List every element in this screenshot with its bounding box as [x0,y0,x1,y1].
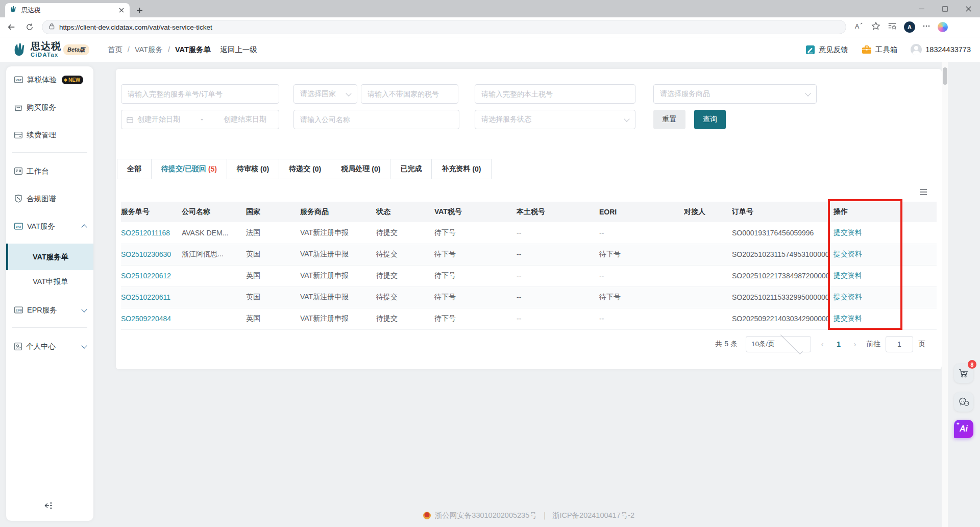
back-to-parent-link[interactable]: 返回上一级 [220,45,257,55]
customer-service-button[interactable] [954,392,973,412]
page-size-select[interactable]: 10条/页 [746,336,811,352]
company-name-input[interactable] [293,110,459,129]
tab-all[interactable]: 全部 [117,159,151,179]
minimize-icon[interactable] [910,0,933,17]
refresh-icon[interactable] [22,20,37,34]
tab-count: (0) [312,165,321,173]
product-select-placeholder: 请选择服务商品 [660,89,806,99]
col-company: 公司名称 [182,202,246,222]
browser-address-bar: https://client-dev.cidatax.com/vat/vat-s… [0,17,980,37]
local-tax-no-input[interactable] [475,84,635,104]
sidebar-item-compliance-map[interactable]: 合规图谱 [6,188,93,209]
breadcrumb-home[interactable]: 首页 [108,45,122,55]
page: 思达税 [0,0,980,527]
sidebar-item-personal-center[interactable]: 个人中心 [6,336,93,356]
breadcrumb-vat-service[interactable]: VAT服务 [135,45,163,55]
submit-materials-link[interactable]: 提交资料 [834,314,862,322]
maximize-icon[interactable] [933,0,957,17]
sidebar-item-buy-service[interactable]: 购买服务 [6,97,93,117]
breadcrumb-separator: / [168,45,170,54]
sidebar-divider [12,327,87,328]
breadcrumb: 首页 / VAT服务 / VAT服务单 [108,45,211,55]
service-no-link[interactable]: SO2510230630 [121,250,171,258]
police-record-number[interactable]: 浙公网安备33010202005235号 [435,511,537,520]
shopping-bag-icon [14,104,22,111]
service-no-link[interactable]: SO2510220612 [121,272,171,280]
page-scrollbar-thumb[interactable] [943,67,947,85]
sidebar-item-epr-service[interactable]: EPR EPR服务 [6,300,93,320]
read-aloud-icon[interactable]: A [854,22,864,32]
icp-record-number[interactable]: 浙ICP备2024100417号-2 [552,511,634,520]
tab-close-icon[interactable] [117,6,126,14]
sidebar-item-tax-trial[interactable]: VAT 算税体验 ◆NEW [6,69,93,90]
toolbox-icon [862,45,872,54]
sidebar-item-vat-declaration[interactable]: VAT申报单 [6,270,93,293]
close-window-icon[interactable] [957,0,980,17]
submit-materials-link[interactable]: 提交资料 [834,228,862,236]
sparkle-icon: ✦ [956,421,960,426]
feedback-button[interactable]: 意见反馈 [805,45,848,55]
tab-count: (0) [372,165,380,173]
back-icon[interactable] [4,20,18,34]
new-badge: ◆NEW [62,76,83,84]
prev-page-button[interactable]: ‹ [816,336,828,352]
tab-pending-review[interactable]: 待审核(0) [227,159,279,179]
tab-pending-delivery[interactable]: 待递交(0) [279,159,331,179]
service-order-no-input[interactable] [121,84,279,104]
goto-page-input[interactable] [886,336,913,352]
col-order-no: 订单号 [732,202,834,222]
current-page[interactable]: 1 [834,340,844,348]
gem-icon: ◆ [64,77,67,82]
service-product-select[interactable]: 请选择服务商品 [653,84,817,104]
col-contact: 对接人 [684,202,732,222]
tab-tax-processing[interactable]: 税局处理(0) [331,159,390,179]
service-no-link[interactable]: SO2509220484 [121,315,171,323]
sidebar-item-vat-service[interactable]: VAT VAT服务 [6,216,93,236]
svg-text:VAT: VAT [16,225,22,228]
create-date-range-picker[interactable]: 创建开始日期 - 创建结束日期 [121,110,279,129]
sidebar-item-workbench[interactable]: 工作台 [6,161,93,181]
tax-no-input[interactable] [361,84,458,104]
submit-materials-link[interactable]: 提交资料 [834,250,862,258]
tab-completed[interactable]: 已完成 [390,159,431,179]
favorites-bar-icon[interactable] [888,21,897,33]
sidebar-collapse-icon[interactable] [43,501,53,512]
page-scrollbar-track[interactable] [942,62,948,527]
browser-menu-icon[interactable] [922,22,930,32]
reset-button[interactable]: 重置 [653,110,685,129]
sidebar-divider [12,152,87,153]
copilot-icon[interactable] [938,22,948,32]
sidebar-item-renewal[interactable]: 续费管理 [6,125,93,145]
user-account[interactable]: 18324433773 [911,44,971,55]
browser-profile-avatar[interactable]: A [904,21,915,33]
date-end-placeholder: 创建结束日期 [224,115,266,124]
workbench-icon [14,167,22,175]
sidebar-sublabel: VAT申报单 [33,277,68,286]
ai-assistant-button[interactable]: ✦ Ai [954,420,973,438]
submit-materials-link[interactable]: 提交资料 [834,271,862,279]
address-bar-actions: A A [854,21,948,33]
column-settings-icon[interactable] [919,188,927,198]
app-logo[interactable]: 思达税 CiDATax [11,41,61,58]
new-tab-icon[interactable] [134,5,145,16]
tab-pending-submit[interactable]: 待提交/已驳回(5) [151,159,227,179]
sidebar-label: 工作台 [27,166,49,176]
service-status-select[interactable]: 请选择服务状态 [475,110,635,129]
col-service-no: 服务单号 [121,202,182,222]
service-no-link[interactable]: SO2512011168 [121,229,170,237]
cart-button[interactable]: 8 [954,364,973,383]
next-page-button[interactable]: › [849,336,861,352]
date-separator: - [184,115,219,124]
toolbox-button[interactable]: 工具箱 [862,45,898,55]
site-favicon [9,5,17,15]
submit-materials-link[interactable]: 提交资料 [834,293,862,301]
country-select[interactable]: 请选择国家 [293,84,357,104]
tab-supplementary[interactable]: 补充资料(0) [431,159,491,179]
sidebar-item-vat-ticket[interactable]: VAT服务单 [6,244,93,270]
service-no-link[interactable]: SO2510220611 [121,293,170,301]
filter-panel: 请选择国家 请选择服务商品 创建开始日期 - 创建结束日期 [116,84,942,129]
url-bar[interactable]: https://client-dev.cidatax.com/vat/vat-s… [42,20,846,34]
browser-tab[interactable]: 思达税 [5,3,130,17]
favorite-star-icon[interactable] [871,21,880,33]
query-button[interactable]: 查询 [694,110,726,129]
